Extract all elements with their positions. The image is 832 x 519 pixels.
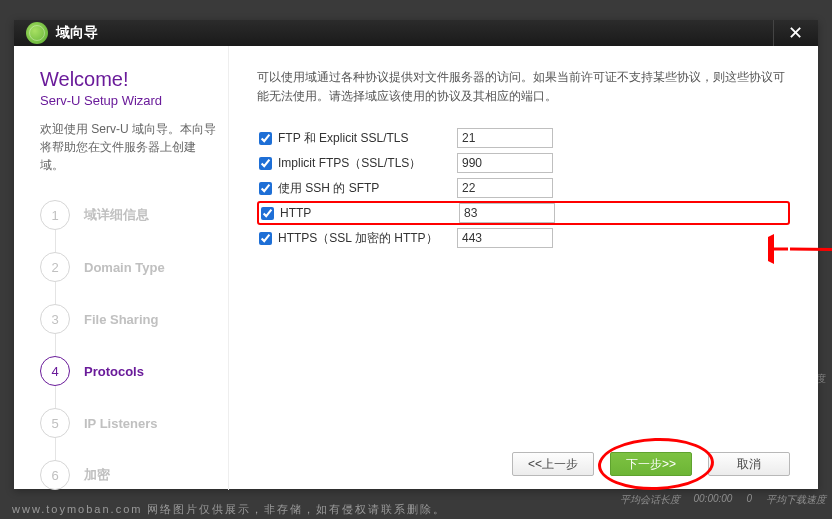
wizard-steps: 1 域详细信息 2 Domain Type 3 File Sharing 4 P… [40,200,228,490]
protocol-label: HTTP [280,206,311,220]
checkbox[interactable] [259,157,272,170]
cancel-button[interactable]: 取消 [708,452,790,476]
welcome-description: 欢迎使用 Serv-U 域向导。本向导将帮助您在文件服务器上创建域。 [40,120,228,174]
port-input-http[interactable]: 83 [459,203,555,223]
protocol-row-https: HTTPS（SSL 加密的 HTTP） 443 [257,226,790,250]
step-ip-listeners[interactable]: 5 IP Listeners [40,408,228,460]
step-label: IP Listeners [84,416,157,431]
protocol-checkbox-ftps[interactable]: Implicit FTPS（SSL/TLS） [257,155,457,172]
step-file-sharing[interactable]: 3 File Sharing [40,304,228,356]
protocol-checkbox-sftp[interactable]: 使用 SSH 的 SFTP [257,180,457,197]
protocol-checkbox-http[interactable]: HTTP [259,206,459,220]
titlebar: 域向导 ✕ [14,20,818,46]
step-domain-details[interactable]: 1 域详细信息 [40,200,228,252]
port-input-ftps[interactable]: 990 [457,153,553,173]
step-number: 2 [40,252,70,282]
protocol-label: FTP 和 Explicit SSL/TLS [278,130,408,147]
checkbox[interactable] [259,232,272,245]
dialog-title: 域向导 [56,24,98,42]
protocol-checkbox-https[interactable]: HTTPS（SSL 加密的 HTTP） [257,230,457,247]
step-label: 加密 [84,466,110,484]
step-label: File Sharing [84,312,158,327]
watermark: www.toymoban.com 网络图片仅供展示，非存储，如有侵权请联系删除。 [12,502,446,517]
step-protocols[interactable]: 4 Protocols [40,356,228,408]
protocol-row-http: HTTP 83 [257,201,790,225]
step-domain-type[interactable]: 2 Domain Type [40,252,228,304]
main-panel: 可以使用域通过各种协议提供对文件服务器的访问。如果当前许可证不支持某些协议，则这… [229,46,818,490]
step-number: 4 [40,356,70,386]
port-input-https[interactable]: 443 [457,228,553,248]
protocol-label: HTTPS（SSL 加密的 HTTP） [278,230,438,247]
step-label: Domain Type [84,260,165,275]
step-label: 域详细信息 [84,206,149,224]
protocols-description: 可以使用域通过各种协议提供对文件服务器的访问。如果当前许可证不支持某些协议，则这… [257,68,790,106]
welcome-subtitle: Serv-U Setup Wizard [40,93,228,108]
protocols-list: FTP 和 Explicit SSL/TLS 21 Implicit FTPS（… [257,126,790,250]
step-number: 3 [40,304,70,334]
port-input-ftp[interactable]: 21 [457,128,553,148]
checkbox[interactable] [259,182,272,195]
step-label: Protocols [84,364,144,379]
protocol-label: 使用 SSH 的 SFTP [278,180,379,197]
step-encryption[interactable]: 6 加密 [40,460,228,490]
protocol-row-ftp: FTP 和 Explicit SSL/TLS 21 [257,126,790,150]
port-input-sftp[interactable]: 22 [457,178,553,198]
welcome-title: Welcome! [40,68,228,91]
sidebar: Welcome! Serv-U Setup Wizard 欢迎使用 Serv-U… [14,46,229,490]
protocol-checkbox-ftp[interactable]: FTP 和 Explicit SSL/TLS [257,130,457,147]
protocol-row-sftp: 使用 SSH 的 SFTP 22 [257,176,790,200]
step-number: 5 [40,408,70,438]
app-icon [26,22,48,44]
checkbox[interactable] [259,132,272,145]
wizard-dialog: 域向导 ✕ Welcome! Serv-U Setup Wizard 欢迎使用 … [14,20,818,489]
titlebar-separator [773,20,774,46]
prev-button[interactable]: <<上一步 [512,452,594,476]
step-number: 1 [40,200,70,230]
step-number: 6 [40,460,70,490]
background-stats: 平均会话长度00:00:000平均下载速度 [620,493,827,507]
close-icon[interactable]: ✕ [784,22,806,44]
next-button[interactable]: 下一步>> [610,452,692,476]
protocol-row-ftps: Implicit FTPS（SSL/TLS） 990 [257,151,790,175]
checkbox[interactable] [261,207,274,220]
wizard-buttons: <<上一步 下一步>> 取消 [512,452,790,476]
protocol-label: Implicit FTPS（SSL/TLS） [278,155,421,172]
